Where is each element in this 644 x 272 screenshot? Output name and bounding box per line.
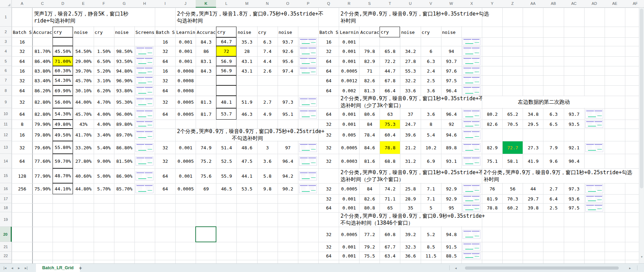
cell-R2[interactable]: Learnin	[339, 27, 359, 37]
cell-D10[interactable]: 54.30%	[53, 108, 73, 120]
row-header-10[interactable]: 10	[0, 108, 12, 120]
cell-D2[interactable]: cry	[53, 27, 73, 37]
cell-M16[interactable]: 53.5	[237, 184, 257, 194]
cell-S16[interactable]: 84	[360, 184, 380, 194]
cell-W7[interactable]: 97.5	[441, 76, 461, 85]
horizontal-scrollbar-thumb[interactable]	[465, 266, 619, 270]
cell-K15[interactable]: 75.6	[196, 169, 216, 183]
row-header-14[interactable]: 14	[0, 154, 12, 168]
cell-V11[interactable]: 8	[421, 120, 441, 129]
chart-thumbnail-H13[interactable]	[136, 143, 153, 152]
cell-Q11[interactable]: 32	[319, 120, 339, 129]
cell-AC18[interactable]: 97.5	[564, 204, 584, 212]
row-header-4[interactable]: 4	[0, 46, 12, 56]
cell-S21[interactable]: 79.2	[360, 242, 380, 252]
chart-thumbnail-P13[interactable]	[299, 143, 317, 152]
cell-T18[interactable]: 65	[380, 204, 400, 212]
active-sheet-tab[interactable]: Batch_LR_Grid	[36, 264, 80, 272]
cell-Q7[interactable]: 64	[319, 76, 339, 85]
cell-T7[interactable]: 67.8	[380, 76, 400, 85]
cell-V16[interactable]: 7.1	[421, 184, 441, 194]
cell-E6[interactable]: 39.70%	[73, 66, 93, 75]
cell-I8[interactable]: 64	[155, 86, 175, 96]
column-header-D[interactable]: D	[53, 0, 73, 8]
cell-T4[interactable]: 65.8	[380, 46, 400, 56]
cell-E10[interactable]: 45.70%	[73, 109, 93, 120]
cell-T8[interactable]: 66.4	[380, 86, 400, 96]
cell-AC11[interactable]: 93.5	[564, 120, 584, 129]
cell-R5[interactable]: 0.001	[339, 57, 359, 66]
cell-U5[interactable]: 27.8	[400, 57, 420, 66]
cell-A8[interactable]: 64	[12, 86, 32, 96]
cell-U7[interactable]: 32.2	[400, 76, 420, 85]
cell-Q5[interactable]: 64	[319, 57, 339, 66]
cell-C13[interactable]: 79.60%	[32, 141, 53, 154]
cell-T16[interactable]: 74.2	[380, 184, 400, 194]
cell-J8[interactable]: 0.0008	[176, 86, 196, 96]
column-header-C[interactable]: C	[32, 0, 53, 8]
cell-U20[interactable]: 39.2	[400, 227, 420, 242]
cell-J16[interactable]: 0.0005	[176, 184, 196, 194]
cell-W16[interactable]: 92.9	[441, 184, 461, 194]
merged-note-row-1[interactable]: 2个分类,哭声1万，噪音1.8万，窗口0.75秒+0.35stride+不勾选补…	[176, 8, 318, 26]
chart-thumbnail-X21[interactable]	[463, 243, 480, 251]
cell-U22[interactable]: 36.6	[400, 252, 420, 260]
cell-F2[interactable]: cry	[94, 27, 114, 37]
cell-O9[interactable]: 97.3	[278, 96, 298, 108]
chart-thumbnail-AD18[interactable]	[585, 204, 603, 212]
cell-U10[interactable]: 37	[400, 109, 420, 120]
cell-K9[interactable]: 81.3	[196, 96, 216, 108]
chart-thumbnail-P10[interactable]	[299, 110, 317, 119]
cell-D16[interactable]: 44.10%	[53, 183, 73, 194]
row-header-1[interactable]: 1	[0, 8, 12, 27]
cell-F5[interactable]: 6.50%	[94, 57, 114, 66]
cell-R14[interactable]: 0.0003	[339, 154, 359, 168]
cell-C12[interactable]: 79.80%	[32, 129, 53, 141]
cell-R18[interactable]: 0.001	[339, 204, 359, 212]
chart-thumbnail-AD10[interactable]	[585, 110, 603, 119]
cell-E8[interactable]: 30.10%	[73, 86, 93, 96]
cell-J9[interactable]: 0.0005	[176, 96, 196, 108]
cell-Z17[interactable]: 70.3	[503, 195, 523, 203]
cell-E16[interactable]: 44.80%	[73, 184, 93, 194]
cell-N5[interactable]: 4.4	[258, 57, 278, 66]
cell-A4[interactable]: 32	[12, 46, 32, 56]
cell-AA10[interactable]: 34.8	[523, 109, 543, 120]
cell-G13[interactable]: 86.80%	[114, 141, 134, 154]
cell-J2[interactable]: Learnin	[176, 27, 196, 37]
cell-S10[interactable]: 80.6	[360, 109, 380, 120]
cell-V10[interactable]: 3.6	[421, 109, 441, 120]
column-header-M[interactable]: M	[236, 0, 257, 8]
cell-S17[interactable]: 82.6	[360, 195, 380, 203]
cell-W10[interactable]: 96.4	[441, 109, 461, 120]
cell-L15[interactable]: 55.9	[216, 169, 236, 183]
cell-T22[interactable]: 63.4	[380, 252, 400, 260]
cell-AA13[interactable]: 27.3	[523, 141, 543, 154]
cell-Y14[interactable]: 75.1	[482, 154, 502, 168]
cell-L7[interactable]	[216, 75, 236, 85]
column-header-Z[interactable]: Z	[502, 0, 523, 8]
cell-I7[interactable]: 32	[155, 76, 175, 85]
cell-I13[interactable]: 32	[155, 141, 175, 154]
cell-A11[interactable]: 8	[12, 120, 32, 129]
chart-thumbnail-P14[interactable]	[299, 157, 317, 166]
cell-W20[interactable]: 94.8	[441, 227, 461, 242]
cell-D15[interactable]: 48.70%	[53, 168, 73, 183]
cell-M14[interactable]: 47.5	[237, 154, 257, 168]
cell-V8[interactable]: 3.6	[421, 86, 441, 96]
chart-thumbnail-AD17[interactable]	[585, 195, 603, 203]
cell-T2[interactable]: cry	[380, 27, 400, 37]
cell-O5[interactable]: 95.6	[278, 57, 298, 66]
cell-M5[interactable]: 43.1	[237, 57, 257, 66]
cell-Z16[interactable]: 56	[503, 184, 523, 194]
row-header-11[interactable]: 11	[0, 120, 12, 129]
cell-M4[interactable]: 28	[237, 46, 257, 56]
column-header-U[interactable]: U	[400, 0, 421, 8]
merged-note-row-19[interactable]: 2个分类,哭声0.9万，噪音0.9万，窗口0.9秒+0.35stride+不勾选…	[339, 213, 482, 226]
cell-S20[interactable]: 77.2	[360, 227, 380, 242]
scroll-right-icon[interactable]: ▸	[629, 264, 631, 272]
column-header-V[interactable]: V	[421, 0, 441, 8]
chart-thumbnail-AD16[interactable]	[585, 184, 603, 193]
cell-AB13[interactable]: 7.9	[543, 141, 563, 154]
cell-Q21[interactable]: 32	[319, 242, 339, 252]
